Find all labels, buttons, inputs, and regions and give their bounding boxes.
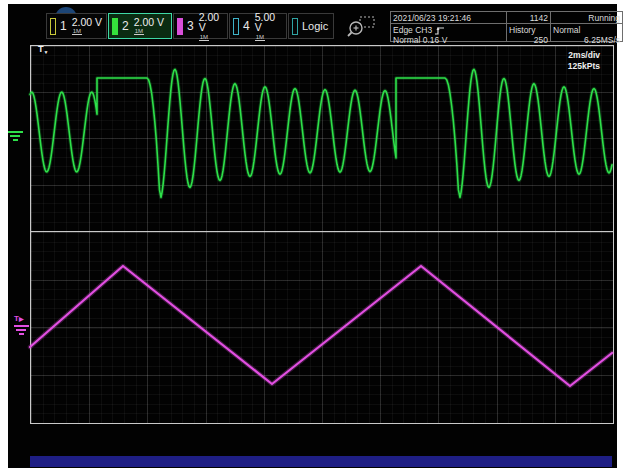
channel-3-trigger-marker[interactable]: T▶ (14, 315, 34, 335)
channel-2-swatch (112, 18, 118, 35)
channel-1-number: 1 (60, 19, 67, 33)
graticule-zone-top (31, 46, 613, 231)
scope-screen: MENU 1 2.00 V 1M 2 2.00 V 1M 3 2.00 V 1M… (8, 4, 617, 468)
timebase-value: 2ms/div (568, 50, 600, 61)
channel-4-impedance: 1M (255, 34, 265, 41)
channel-1-volts: 2.00 V (72, 17, 102, 28)
acquisition-panel[interactable]: Normal 6.25MS/s (550, 24, 622, 41)
record-length: 125kPts (568, 61, 600, 72)
channel-3-indicator[interactable]: 3 2.00 V 1M (173, 13, 228, 39)
channel-4-number: 4 (243, 19, 250, 33)
bottom-scale-bar[interactable] (30, 456, 612, 467)
trigger-type: Edge CH3 (393, 25, 432, 35)
right-arrow-icon: ▶ (19, 316, 24, 322)
trigger-mode-level: Normal 0.16 V (393, 35, 504, 45)
zoom-search-button[interactable] (344, 14, 380, 42)
channel-2-indicator[interactable]: 2 2.00 V 1M (108, 13, 172, 39)
channel-4-swatch (233, 18, 239, 35)
channel-1-swatch (50, 18, 56, 35)
channel-1-impedance: 1M (72, 28, 82, 35)
graticule (30, 45, 614, 424)
channel-2-ground-marker[interactable] (8, 129, 28, 141)
channel-4-indicator[interactable]: 4 5.00 V 1M (229, 13, 287, 39)
channel-2-number: 2 (122, 19, 129, 33)
trigger-position-marker[interactable]: T▼ (38, 44, 48, 55)
channel-3-impedance: 1M (199, 34, 209, 41)
graticule-zone-bottom (31, 232, 613, 423)
logic-swatch (292, 18, 298, 35)
run-state: Running (550, 12, 622, 24)
sample-rate: 6.25MS/s (553, 35, 620, 45)
datetime: 2021/06/23 19:21:46 (391, 12, 506, 24)
channel-3-swatch (177, 18, 183, 35)
channel-2-volts: 2.00 V (134, 17, 164, 28)
history-label: History (509, 25, 548, 35)
history-value: 250 (509, 35, 548, 45)
down-arrow-icon: ▼ (44, 49, 49, 55)
history-panel[interactable]: History 250 (506, 24, 550, 41)
oscilloscope-screen: { "header": { "menu_label": "MENU", "cha… (0, 0, 625, 475)
channel-1-indicator[interactable]: 1 2.00 V 1M (46, 13, 107, 39)
channel-3-number: 3 (187, 19, 194, 33)
channel-4-volts: 5.00 V (255, 12, 283, 33)
logic-indicator[interactable]: Logic (288, 13, 334, 39)
magnifier-zoom-icon (344, 14, 380, 42)
logic-label: Logic (302, 20, 328, 32)
acquisition-count: 1142 (506, 12, 550, 24)
rising-edge-icon (434, 26, 445, 35)
acquisition-mode: Normal (553, 25, 620, 35)
channel-2-impedance: 1M (134, 28, 144, 35)
channel-3-ground-icon (14, 325, 34, 335)
timebase-labels: 2ms/div 125kPts (568, 50, 600, 71)
channel-3-volts: 2.00 V (199, 12, 224, 33)
status-info-panel: 2021/06/23 19:21:46 1142 Running Edge CH… (390, 11, 623, 42)
trigger-settings[interactable]: Edge CH3 Normal 0.16 V (391, 24, 506, 41)
